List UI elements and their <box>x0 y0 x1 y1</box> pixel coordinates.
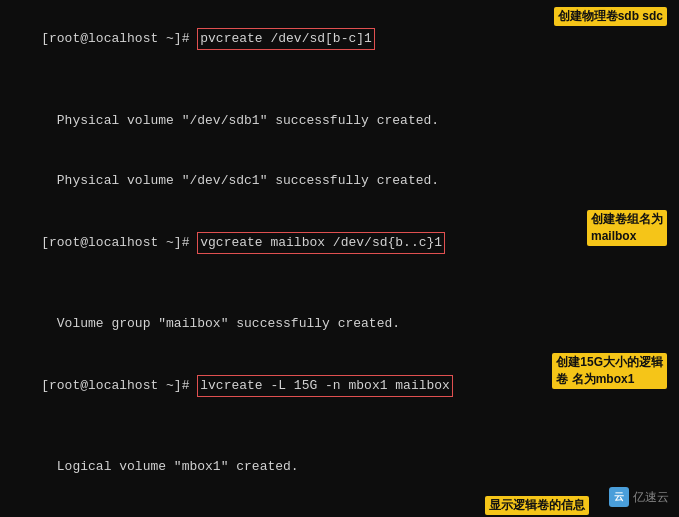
lvcreate-command: lvcreate -L 15G -n mbox1 mailbox <box>197 375 453 397</box>
output-pvcreate-sdb: Physical volume "/dev/sdb1" successfully… <box>10 91 669 151</box>
command-line-lvdisplay: [root@localhost ~]# lvdisplay 显示逻辑卷的信息 <box>10 497 669 517</box>
output-lvcreate: Logical volume "mbox1" created. <box>10 437 669 497</box>
prompt: [root@localhost ~]# <box>41 31 197 46</box>
pvcreate-command: pvcreate /dev/sd[b-c]1 <box>197 28 375 50</box>
annotation-pvcreate: 创建物理卷sdb sdc <box>554 7 667 26</box>
annotation-lvdisplay: 显示逻辑卷的信息 <box>485 496 589 515</box>
annotation-lvcreate: 创建15G大小的逻辑 卷 名为mbox1 <box>552 353 667 389</box>
watermark-text: 亿速云 <box>633 489 669 506</box>
output-vgcreate: Volume group "mailbox" successfully crea… <box>10 294 669 354</box>
annotation-vgcreate: 创建卷组名为 mailbox <box>587 210 667 246</box>
terminal-window: [root@localhost ~]# pvcreate /dev/sd[b-c… <box>0 0 679 517</box>
output-pvcreate-sdc: Physical volume "/dev/sdc1" successfully… <box>10 151 669 211</box>
prompt-vgcreate: [root@localhost ~]# <box>41 235 197 250</box>
watermark-logo: 云 <box>609 487 629 507</box>
vgcreate-command: vgcreate mailbox /dev/sd{b..c}1 <box>197 232 445 254</box>
prompt-lvcreate: [root@localhost ~]# <box>41 378 197 393</box>
command-line-lvcreate: [root@localhost ~]# lvcreate -L 15G -n m… <box>10 354 669 437</box>
watermark: 云 亿速云 <box>609 487 669 507</box>
command-line-pvcreate: [root@localhost ~]# pvcreate /dev/sd[b-c… <box>10 8 669 91</box>
command-line-vgcreate: [root@localhost ~]# vgcreate mailbox /de… <box>10 211 669 294</box>
